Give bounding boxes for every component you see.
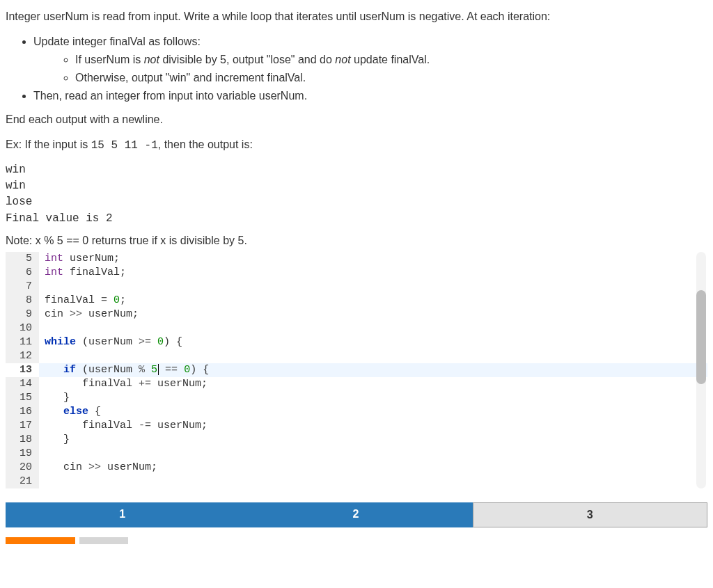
code-line[interactable]: 9cin >> userNum;: [6, 308, 707, 321]
subbullet-win: Otherwise, output "win" and increment fi…: [75, 70, 707, 86]
problem-statement: Integer userNum is read from input. Writ…: [6, 8, 707, 249]
code-line[interactable]: 7: [6, 280, 707, 294]
code-content[interactable]: int finalVal;: [39, 266, 707, 280]
line-number: 5: [6, 252, 39, 266]
code-content[interactable]: finalVal = 0;: [39, 294, 707, 308]
line-number: 20: [6, 461, 39, 475]
intro-text: Integer userNum is read from input. Writ…: [6, 8, 707, 25]
code-line[interactable]: 16 else {: [6, 405, 707, 419]
code-content[interactable]: cin >> userNum;: [39, 461, 707, 475]
code-content[interactable]: }: [39, 391, 707, 405]
code-line[interactable]: 19: [6, 447, 707, 461]
sub-requirements: If userNum is not divisible by 5, output…: [33, 51, 707, 86]
line-number: 6: [6, 266, 39, 280]
code-content[interactable]: cin >> userNum;: [39, 308, 707, 321]
bullet-update-finalval: Update integer finalVal as follows: If u…: [33, 33, 707, 86]
bullet-read-input: Then, read an integer from input into va…: [33, 88, 707, 104]
line-number: 11: [6, 335, 39, 349]
scrollbar-thumb[interactable]: [696, 290, 706, 384]
code-content[interactable]: if (userNum % 5 == 0) {: [39, 363, 707, 377]
line-number: 12: [6, 349, 39, 363]
code-line[interactable]: 11while (userNum >= 0) {: [6, 335, 707, 349]
line-number: 14: [6, 377, 39, 391]
code-content[interactable]: [39, 280, 707, 294]
code-content[interactable]: finalVal -= userNum;: [39, 419, 707, 433]
code-line[interactable]: 10: [6, 321, 707, 335]
code-content[interactable]: finalVal += userNum;: [39, 377, 707, 391]
code-line[interactable]: 8finalVal = 0;: [6, 294, 707, 308]
code-content[interactable]: [39, 447, 707, 461]
code-editor[interactable]: 5int userNum;6int finalVal;7 8finalVal =…: [6, 252, 707, 488]
code-content[interactable]: int userNum;: [39, 252, 707, 266]
example-label: Ex: If the input is 15 5 11 -1, then the…: [6, 136, 707, 154]
code-line[interactable]: 15 }: [6, 391, 707, 405]
code-line[interactable]: 5int userNum;: [6, 252, 707, 266]
line-number: 16: [6, 405, 39, 419]
code-line[interactable]: 12: [6, 349, 707, 363]
tab-3[interactable]: 3: [473, 502, 707, 527]
code-content[interactable]: while (userNum >= 0) {: [39, 335, 707, 349]
line-number: 13: [6, 363, 39, 377]
newline-note: End each output with a newline.: [6, 111, 707, 128]
modulo-note: Note: x % 5 == 0 returns true if x is di…: [6, 232, 707, 249]
code-line[interactable]: 13 if (userNum % 5 == 0) {: [6, 363, 707, 377]
code-content[interactable]: [39, 349, 707, 363]
line-number: 9: [6, 308, 39, 321]
line-number: 21: [6, 475, 39, 488]
progress-bar: [6, 537, 707, 544]
code-line[interactable]: 21: [6, 475, 707, 488]
code-content[interactable]: [39, 475, 707, 488]
step-tabs: 1 2 3: [6, 502, 707, 527]
progress-segment-active: [6, 537, 75, 544]
code-line[interactable]: 17 finalVal -= userNum;: [6, 419, 707, 433]
line-number: 7: [6, 280, 39, 294]
line-number: 19: [6, 447, 39, 461]
example-output: win win lose Final value is 2: [6, 162, 707, 227]
code-line[interactable]: 20 cin >> userNum;: [6, 461, 707, 475]
line-number: 15: [6, 391, 39, 405]
line-number: 8: [6, 294, 39, 308]
requirements-list: Update integer finalVal as follows: If u…: [6, 33, 707, 104]
tab-1[interactable]: 1: [6, 502, 239, 527]
code-content[interactable]: }: [39, 433, 707, 447]
code-line[interactable]: 6int finalVal;: [6, 266, 707, 280]
line-number: 10: [6, 321, 39, 335]
code-content[interactable]: else {: [39, 405, 707, 419]
code-line[interactable]: 18 }: [6, 433, 707, 447]
line-number: 18: [6, 433, 39, 447]
code-content[interactable]: [39, 321, 707, 335]
progress-segment-inactive: [79, 537, 128, 544]
code-line[interactable]: 14 finalVal += userNum;: [6, 377, 707, 391]
tab-2[interactable]: 2: [239, 502, 472, 527]
subbullet-lose: If userNum is not divisible by 5, output…: [75, 51, 707, 68]
line-number: 17: [6, 419, 39, 433]
